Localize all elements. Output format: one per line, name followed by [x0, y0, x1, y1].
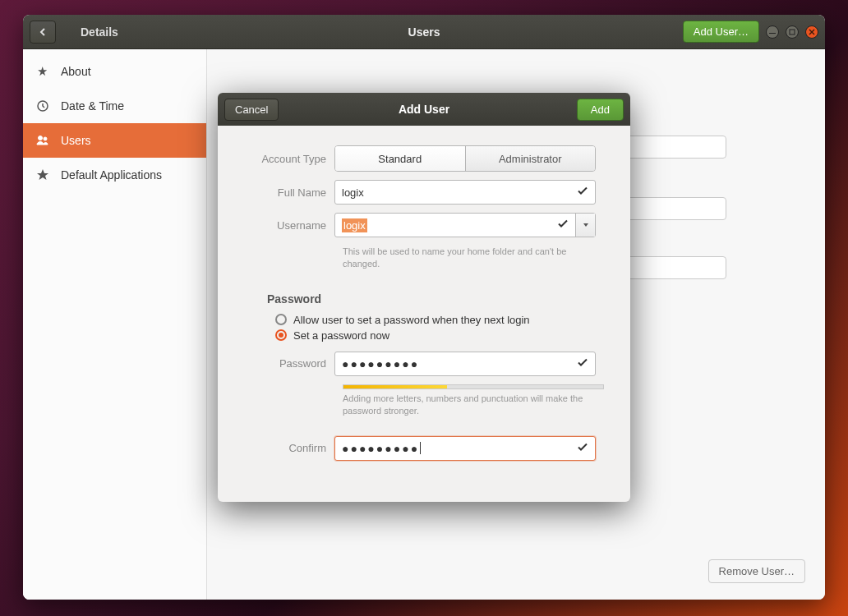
- dialog-title: Add User: [399, 103, 449, 116]
- full-name-value: logix: [342, 186, 364, 199]
- section-title: Details: [81, 25, 118, 39]
- minimize-button[interactable]: [766, 25, 779, 39]
- account-type-admin[interactable]: Administrator: [466, 146, 596, 171]
- radio-label: Set a password now: [293, 329, 389, 342]
- add-button[interactable]: Add: [577, 99, 624, 121]
- confirm-value: ●●●●●●●●●: [342, 442, 419, 455]
- maximize-icon: [789, 29, 795, 35]
- svg-rect-0: [769, 33, 776, 34]
- cancel-button[interactable]: Cancel: [224, 99, 279, 121]
- check-icon: [577, 356, 588, 370]
- username-input[interactable]: logix: [334, 213, 596, 237]
- chevron-down-icon: [582, 221, 590, 229]
- clock-icon: [36, 99, 49, 113]
- star-icon: [36, 168, 49, 182]
- check-icon: [557, 218, 569, 232]
- text-cursor: [420, 442, 421, 454]
- chevron-left-icon: [38, 27, 48, 37]
- check-icon: [577, 441, 588, 455]
- strength-hint: Adding more letters, numbers and punctua…: [343, 393, 604, 418]
- username-value: logix: [342, 218, 367, 232]
- password-input[interactable]: ●●●●●●●●●: [334, 352, 596, 376]
- sidebar-item-datetime[interactable]: Date & Time: [23, 89, 206, 123]
- password-label: Password: [244, 357, 334, 370]
- users-icon: [36, 134, 49, 147]
- radio-icon: [275, 314, 287, 325]
- radio-set-now[interactable]: Set a password now: [275, 328, 604, 343]
- dialog-titlebar: Cancel Add User Add: [218, 93, 630, 126]
- radio-set-later[interactable]: Allow user to set a password when they n…: [275, 312, 604, 328]
- titlebar: Details Users Add User…: [23, 15, 825, 49]
- radio-label: Allow user to set a password when they n…: [293, 314, 530, 326]
- minimize-icon: [769, 29, 776, 35]
- account-type-toggle: Standard Administrator: [334, 145, 596, 172]
- sidebar-item-label: Default Applications: [61, 168, 162, 182]
- strength-fill: [343, 385, 447, 388]
- username-label: Username: [244, 219, 334, 232]
- password-header: Password: [267, 292, 604, 306]
- add-user-button[interactable]: Add User…: [683, 21, 759, 43]
- full-name-label: Full Name: [244, 186, 334, 199]
- confirm-input[interactable]: ●●●●●●●●●: [334, 436, 596, 461]
- radio-icon: [275, 329, 287, 341]
- svg-rect-1: [790, 30, 795, 34]
- sidebar: About Date & Time Users Default Applicat…: [23, 49, 207, 600]
- password-strength-bar: [343, 384, 604, 389]
- full-name-input[interactable]: logix: [334, 180, 596, 205]
- remove-user-button[interactable]: Remove User…: [708, 559, 805, 583]
- account-type-standard[interactable]: Standard: [335, 146, 466, 171]
- check-icon: [577, 186, 588, 200]
- svg-point-3: [39, 136, 43, 140]
- maximize-button[interactable]: [786, 25, 799, 39]
- sidebar-item-defaultapps[interactable]: Default Applications: [23, 158, 206, 192]
- password-value: ●●●●●●●●●: [342, 357, 419, 370]
- back-button[interactable]: [30, 21, 56, 44]
- confirm-label: Confirm: [244, 442, 334, 454]
- sidebar-item-label: Date & Time: [61, 99, 124, 113]
- account-type-label: Account Type: [244, 153, 334, 165]
- svg-point-4: [44, 137, 47, 140]
- close-icon: [809, 29, 815, 35]
- sidebar-item-about[interactable]: About: [23, 54, 206, 89]
- close-button[interactable]: [805, 25, 818, 39]
- sidebar-item-label: Users: [61, 134, 91, 147]
- page-title: Users: [408, 25, 440, 39]
- plus-icon: [36, 65, 49, 78]
- username-hint: This will be used to name your home fold…: [343, 246, 604, 271]
- username-dropdown[interactable]: [575, 214, 595, 237]
- sidebar-item-users[interactable]: Users: [23, 123, 206, 158]
- add-user-dialog: Cancel Add User Add Account Type Standar…: [218, 93, 630, 502]
- sidebar-item-label: About: [61, 65, 91, 78]
